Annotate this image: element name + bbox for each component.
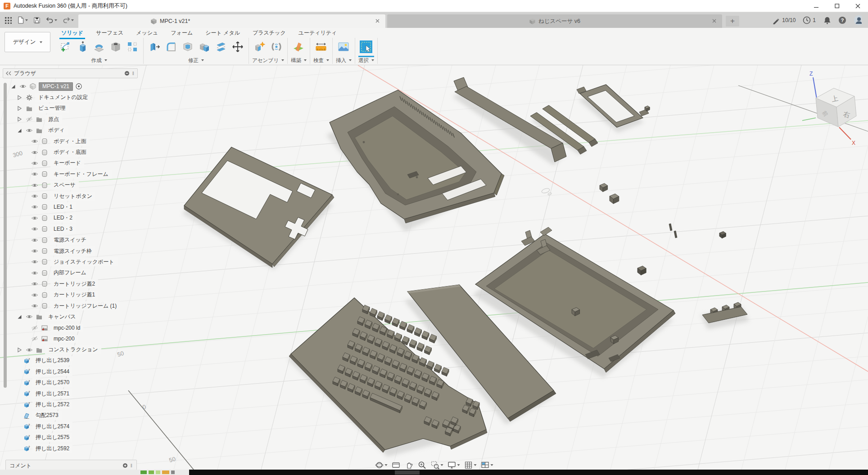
browser-row-body[interactable]: キーボード (3, 158, 138, 169)
browser-row-feature[interactable]: 押し出し2572 (3, 399, 138, 410)
display-settings-button[interactable] (446, 460, 461, 471)
pan-button[interactable] (403, 460, 415, 471)
visibility-eye-icon[interactable] (31, 149, 39, 156)
browser-item-label[interactable]: カートリッジ蓋1 (50, 291, 98, 300)
browser-item-label[interactable]: 内部フレーム (50, 269, 90, 278)
ribbon-tab[interactable]: シート メタル (199, 28, 246, 38)
browser-row-group[interactable]: ドキュメントの設定 (3, 92, 138, 103)
expander-collapsed-icon[interactable] (15, 116, 23, 123)
visibility-eye-icon[interactable] (31, 160, 39, 167)
expander-collapsed-icon[interactable] (15, 105, 23, 112)
ribbon-tab[interactable]: サーフェス (90, 28, 130, 38)
ribbon-tab[interactable]: フォーム (164, 28, 199, 38)
browser-row-group[interactable]: コンストラクション (3, 344, 138, 355)
expander-expanded-icon[interactable] (9, 83, 17, 90)
visibility-eye-icon[interactable] (19, 83, 27, 90)
visibility-eye-icon[interactable] (25, 313, 33, 320)
timeline-scroll-thumb[interactable] (395, 471, 420, 475)
ribbon-group-dropdown[interactable]: 挿入 (336, 56, 352, 63)
pattern-button[interactable] (125, 39, 140, 55)
look-at-button[interactable] (390, 460, 402, 471)
activate-component-radio[interactable] (75, 83, 83, 90)
browser-item-label[interactable]: ジョイスティックポート (50, 257, 118, 266)
measure-button[interactable] (313, 39, 329, 55)
browser-row-body[interactable]: ボディ・底面 (3, 147, 138, 157)
ribbon-group-dropdown[interactable]: 修正 (147, 56, 245, 63)
browser-row-feature[interactable]: 押し出し2539 (3, 355, 138, 366)
maximize-button[interactable] (827, 0, 847, 12)
visibility-eye-off-icon[interactable] (31, 324, 39, 332)
window-zoom-button[interactable] (429, 460, 445, 471)
browser-row-feature[interactable]: 押し出し2544 (3, 366, 138, 377)
undo-button[interactable] (44, 15, 59, 25)
browser-row-canvas[interactable]: mpc-200 (3, 333, 138, 344)
fillet-button[interactable] (163, 39, 179, 55)
browser-row-body[interactable]: リセットボタン (3, 191, 138, 202)
browser-item-label[interactable]: ボディ・底面 (50, 148, 90, 157)
browser-item-label[interactable]: スペーサ (50, 181, 79, 190)
browser-row-body[interactable]: 電源スイッチ枠 (3, 246, 138, 256)
ribbon-group-dropdown[interactable]: アセンブリ (252, 56, 284, 63)
ribbon-group-dropdown[interactable]: 検査 (313, 56, 329, 63)
insert-canvas-button[interactable] (336, 39, 351, 55)
document-tab[interactable]: MPC-1 v21* (78, 14, 385, 28)
visibility-eye-off-icon[interactable] (25, 116, 33, 123)
collapse-panel-icon[interactable] (6, 71, 11, 76)
browser-row-group[interactable]: キャンバス (3, 311, 138, 322)
new-component-button[interactable] (252, 39, 267, 55)
ribbon-tab[interactable]: ユーティリティ (292, 28, 344, 38)
browser-row-body[interactable]: LED・2 (3, 213, 138, 224)
minimize-button[interactable] (806, 0, 827, 12)
browser-item-label[interactable]: 押し出し2571 (32, 389, 72, 398)
ribbon-group-dropdown[interactable]: 作成 (58, 56, 140, 63)
browser-item-label[interactable]: リセットボタン (50, 192, 95, 201)
browser-item-label[interactable]: 押し出し2539 (32, 356, 72, 365)
browser-row-body[interactable]: カートリッジフレーム (1) (3, 300, 138, 311)
browser-item-label[interactable]: 押し出し2592 (32, 444, 72, 453)
browser-item-label[interactable]: ボディ (45, 126, 68, 135)
visibility-eye-icon[interactable] (25, 127, 33, 134)
browser-item-label[interactable]: コンストラクション (45, 345, 101, 354)
workspace-switcher[interactable]: デザイン (5, 32, 50, 52)
browser-item-label[interactable]: キーボード・フレーム (50, 170, 112, 179)
browser-item-label[interactable]: カートリッジ蓋2 (50, 279, 98, 288)
browser-row-body[interactable]: LED・1 (3, 202, 138, 212)
ribbon-tab[interactable]: ソリッド (55, 28, 90, 38)
browser-row-canvas[interactable]: mpc-200 ld (3, 323, 138, 333)
joint-button[interactable] (269, 39, 284, 55)
visibility-eye-icon[interactable] (31, 237, 39, 244)
combine-button[interactable] (197, 39, 212, 55)
ribbon-tab[interactable]: メッシュ (130, 28, 164, 38)
revolve-button[interactable] (91, 39, 107, 55)
browser-item-label[interactable]: 押し出し2575 (32, 433, 72, 442)
browser-item-label[interactable]: 電源スイッチ枠 (50, 246, 95, 255)
orbit-button[interactable] (374, 460, 389, 471)
browser-row-body[interactable]: 電源スイッチ (3, 234, 138, 245)
activity-button[interactable]: 1 (803, 17, 816, 24)
expander-expanded-icon[interactable] (15, 313, 23, 320)
app-grid-button[interactable] (3, 15, 14, 25)
expander-expanded-icon[interactable] (15, 127, 23, 134)
hole-button[interactable] (108, 39, 123, 55)
browser-item-label[interactable]: 押し出し2574 (32, 422, 72, 431)
browser-row-body[interactable]: カートリッジ蓋2 (3, 278, 138, 289)
panel-drag-handle[interactable]: ‖ (132, 71, 135, 76)
help-button[interactable]: ? (838, 17, 846, 24)
browser-item-label[interactable]: MPC-1 v21 (39, 82, 73, 91)
job-status-button[interactable]: 10/10 (772, 17, 796, 24)
construction-plane-button[interactable] (291, 39, 306, 55)
browser-item-label[interactable]: 押し出し2572 (32, 400, 72, 409)
browser-row-body[interactable]: スペーサ (3, 180, 138, 191)
close-tab-icon[interactable] (712, 18, 717, 23)
notifications-button[interactable] (823, 17, 831, 24)
expander-collapsed-icon[interactable] (15, 94, 23, 101)
browser-row-feature[interactable]: 勾配2573 (3, 410, 138, 421)
visibility-eye-icon[interactable] (31, 215, 39, 222)
visibility-eye-icon[interactable] (31, 203, 39, 211)
visibility-eye-icon[interactable] (31, 302, 39, 309)
browser-row-feature[interactable]: 押し出し2570 (3, 377, 138, 388)
browser-row-body[interactable]: ボディ・上面 (3, 136, 138, 147)
visibility-eye-icon[interactable] (31, 291, 39, 299)
browser-item-label[interactable]: 電源スイッチ (50, 236, 90, 245)
browser-row-body[interactable]: 内部フレーム (3, 268, 138, 278)
